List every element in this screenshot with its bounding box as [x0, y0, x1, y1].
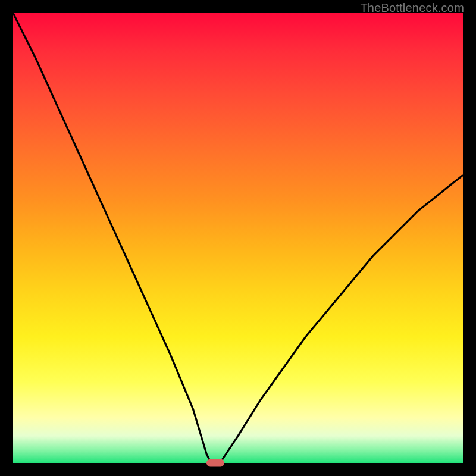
watermark-text: TheBottleneck.com: [360, 1, 464, 15]
optimal-point-marker: [206, 459, 224, 467]
chart-frame: TheBottleneck.com: [0, 0, 476, 476]
plot-area: [13, 13, 463, 463]
bottleneck-curve: [13, 13, 463, 463]
